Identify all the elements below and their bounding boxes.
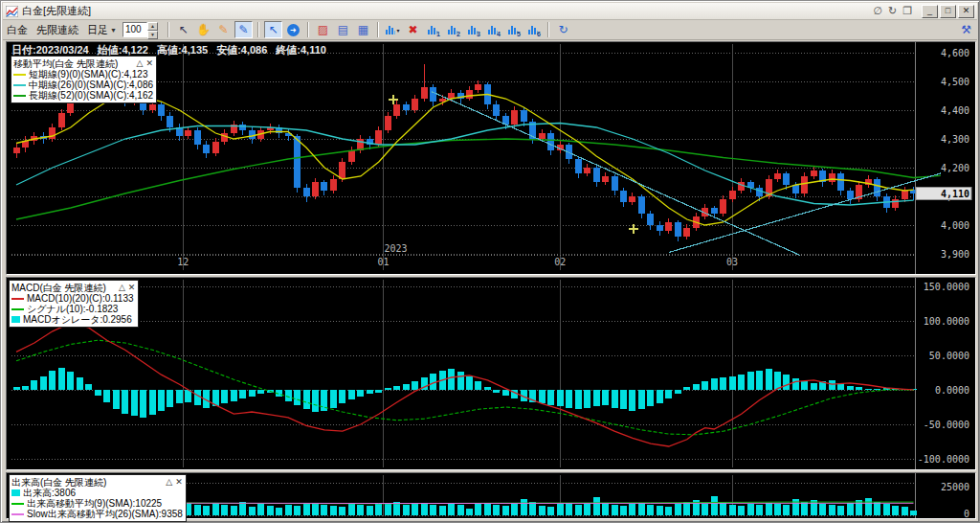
svg-text:02: 02 xyxy=(554,257,566,267)
svg-text:0.0000: 0.0000 xyxy=(935,385,969,396)
legend-close-button[interactable]: ✕ xyxy=(175,477,183,487)
svg-text:100.0000: 100.0000 xyxy=(924,316,969,327)
svg-text:03: 03 xyxy=(726,257,738,267)
cascade-icon[interactable]: ❐ xyxy=(902,5,912,17)
rotate-icon[interactable]: ↻ xyxy=(888,5,897,17)
trendline-tool-icon[interactable]: ✎ xyxy=(234,21,253,38)
delete-chart-icon[interactable]: ✖ xyxy=(404,21,422,38)
window-title: 白金[先限連続] xyxy=(22,4,873,18)
app-icon xyxy=(6,6,18,17)
contract-label: 先限連続 xyxy=(36,23,78,37)
link-icon[interactable]: ∅ xyxy=(873,5,882,17)
bar-count-stepper[interactable]: 100 ▲ ▼ xyxy=(122,22,158,37)
settings-wrench-icon[interactable]: ⚒ xyxy=(961,23,971,36)
ma-legend: 移動平均(白金 先限連続) △✕ 短期線(9)(0)(SMA)(C):4,123… xyxy=(11,56,157,103)
layout-3-icon[interactable]: 3 xyxy=(464,21,482,38)
svg-text:-100.0000: -100.0000 xyxy=(918,454,969,465)
layout-1-icon[interactable]: 1 xyxy=(424,21,442,38)
svg-text:4,600: 4,600 xyxy=(941,48,969,58)
toolbar-separator xyxy=(167,22,169,37)
close-button[interactable]: ✕ xyxy=(958,5,974,18)
svg-text:4,110: 4,110 xyxy=(941,189,969,199)
pan-hand-icon[interactable]: ✋ xyxy=(194,21,212,38)
pencil-icon[interactable]: ✎ xyxy=(214,21,233,38)
layout-4-icon[interactable]: 4 xyxy=(484,21,502,38)
pointer-mode-icon[interactable]: ↖ xyxy=(264,21,282,38)
spin-down-icon[interactable]: ▼ xyxy=(147,31,158,39)
layout-2-icon[interactable]: 2 xyxy=(444,21,462,38)
cursor-icon[interactable]: ↖ xyxy=(174,21,192,38)
svg-text:25000: 25000 xyxy=(941,482,969,492)
svg-text:4,000: 4,000 xyxy=(941,220,969,231)
grid-dense-icon[interactable]: ▦ xyxy=(354,21,372,38)
volume-panel: 250000 出来高(白金 先限連続) △✕ 出来高:3806 出来高移動平均(… xyxy=(6,472,976,519)
new-chart-icon[interactable]: ▨ xyxy=(314,21,332,38)
toolbar: 白金 先限連続 日足 ▼ 100 ▲ ▼ ↖✋✎✎↖➜▨▤▦▾✖123456↻ … xyxy=(3,20,977,40)
toolbar-separator xyxy=(547,22,549,37)
chart-area: 4,6004,5004,4004,3004,2004,1004,0003,900… xyxy=(4,41,976,521)
toolbar-separator xyxy=(257,22,259,37)
legend-collapse-button[interactable]: △ xyxy=(166,477,172,487)
timeframe-select[interactable]: 日足 ▼ xyxy=(87,23,117,37)
toolbar-separator xyxy=(377,22,379,37)
legend-collapse-button[interactable]: △ xyxy=(137,58,144,68)
layout-6-icon[interactable]: 6 xyxy=(524,21,543,38)
legend-close-button[interactable]: ✕ xyxy=(145,58,153,68)
price-panel: 4,6004,5004,4004,3004,2004,1004,0003,900… xyxy=(6,41,976,275)
symbol-label: 白金 xyxy=(7,23,28,37)
info-open: 始値:4,122 xyxy=(98,44,148,56)
volume-legend: 出来高(白金 先限連続) △✕ 出来高:3806 出来高移動平均(9)(SMA)… xyxy=(9,474,187,522)
svg-text:50.0000: 50.0000 xyxy=(929,351,969,361)
svg-text:2023: 2023 xyxy=(385,243,408,254)
svg-text:3,900: 3,900 xyxy=(941,249,969,260)
svg-text:4,200: 4,200 xyxy=(941,163,969,173)
chevron-down-icon: ▼ xyxy=(110,27,117,34)
legend-collapse-button[interactable]: △ xyxy=(119,283,125,292)
svg-text:-50.0000: -50.0000 xyxy=(924,420,969,430)
macd-chart-canvas[interactable]: 150.0000100.000050.00000.0000-50.0000-10… xyxy=(7,278,975,469)
title-bar[interactable]: 白金[先限連続] ∅ ↻ ❐ _ □ ✕ xyxy=(3,3,977,20)
toolbar-icons: ↖✋✎✎↖➜▨▤▦▾✖123456↻ xyxy=(173,20,573,40)
bar-count-input[interactable]: 100 xyxy=(122,22,147,37)
svg-text:0: 0 xyxy=(964,509,969,518)
scroll-mode-icon[interactable]: ➜ xyxy=(284,21,302,38)
svg-text:150.0000: 150.0000 xyxy=(924,282,969,292)
layout-5-icon[interactable]: 5 xyxy=(504,21,523,38)
svg-text:4,400: 4,400 xyxy=(941,105,969,116)
svg-text:4,500: 4,500 xyxy=(941,77,969,87)
toolbar-separator xyxy=(307,22,309,37)
svg-text:12: 12 xyxy=(177,257,189,267)
macd-legend: MACD(白金 先限連続) △✕ MACD(10)(20)(C):0.1133 … xyxy=(9,280,139,328)
info-low: 安値:4,086 xyxy=(216,44,267,56)
minimize-button[interactable]: _ xyxy=(922,5,938,18)
macd-panel: 150.0000100.000050.00000.0000-50.0000-10… xyxy=(6,277,976,470)
maximize-button[interactable]: □ xyxy=(940,5,956,18)
app-window: 白金[先限連続] ∅ ↻ ❐ _ □ ✕ 白金 先限連続 日足 ▼ 100 ▲ … xyxy=(0,0,980,523)
grid-icon[interactable]: ▤ xyxy=(334,21,352,38)
legend-close-button[interactable]: ✕ xyxy=(128,283,136,292)
spin-up-icon[interactable]: ▲ xyxy=(147,22,158,31)
info-date: 日付:2023/03/24 xyxy=(11,44,89,56)
chart-type-icon[interactable]: ▾ xyxy=(384,21,402,38)
info-close: 終値:4,110 xyxy=(276,44,326,56)
info-high: 高値:4,135 xyxy=(157,44,208,56)
refresh-icon[interactable]: ↻ xyxy=(554,21,572,38)
svg-text:01: 01 xyxy=(378,257,390,267)
svg-text:4,300: 4,300 xyxy=(941,134,969,145)
